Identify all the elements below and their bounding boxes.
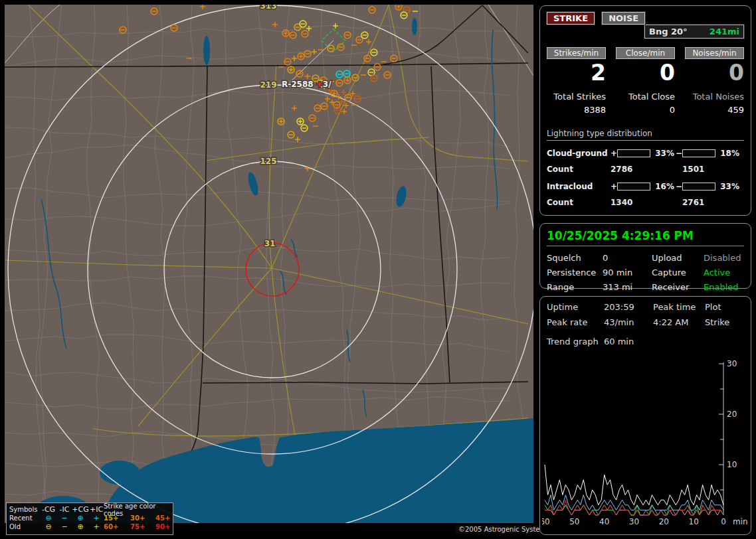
capture-label: Capture (652, 268, 704, 277)
trend-graph: 1020306050403020100min (542, 358, 749, 530)
plus-sign: + (611, 182, 617, 191)
y-tick-label: 30 (727, 359, 737, 368)
cloud-ground-label: Cloud-ground (547, 149, 611, 158)
ring-label-125: 125 (260, 157, 276, 166)
legend-symbols-title: Symbols (9, 506, 40, 513)
cg-pos-count: 2786 (611, 165, 682, 174)
status-panel: 10/25/2025 4:29:16 PM Squelch 0 Upload D… (539, 223, 751, 289)
receiver-label: Receiver (652, 282, 704, 292)
trend-panel: Uptime 203:59 Peak time Plot Peak rate 4… (539, 296, 751, 535)
noises-per-min-button[interactable]: Noises/min (685, 47, 744, 59)
cg-pos-bar (617, 149, 650, 157)
noise-button[interactable]: NOISE (602, 12, 645, 25)
uptime-label: Uptime (547, 302, 604, 312)
age-code-15: 15+ (104, 514, 130, 522)
minus-sign: − (676, 149, 682, 158)
legend-col-neg-ic: -IC (57, 506, 72, 513)
noises-per-min-value: 0 (685, 60, 744, 86)
circle-plus-icon: ⊕ (72, 523, 89, 530)
x-tick-label: 10 (689, 517, 699, 526)
trend-series-total (545, 465, 723, 505)
legend-col-neg-cg: -CG (40, 506, 57, 513)
trend-series-cg-neg (545, 495, 723, 510)
legend-row-recent-label: Recent (9, 514, 40, 522)
squelch-value: 0 (603, 253, 652, 263)
ring-label-31: 31 (264, 239, 276, 248)
total-strikes-value: 8388 (547, 105, 606, 115)
uptime-value: 203:59 (604, 302, 653, 312)
trend-series-cg-pos (545, 500, 723, 515)
peak-rate-value: 43/min (604, 317, 653, 327)
cg-neg-bar (682, 149, 715, 157)
distribution-title: Lightning type distribution (547, 129, 744, 141)
range-value: 313 mi (603, 282, 652, 292)
plot-value: Strike (705, 317, 744, 327)
total-noises-value: 459 (685, 105, 744, 115)
close-per-min-column: Close/min 0 Total Close 0 (616, 47, 675, 115)
count-label: Count (547, 165, 611, 174)
strike-button[interactable]: STRIKE (547, 12, 595, 25)
peak-time-value: 4:22 AM (653, 317, 705, 327)
bearing-readout: Bng 20° 241mi (644, 25, 744, 38)
cg-neg-pct: 18% (715, 149, 741, 158)
total-strikes-label: Total Strikes (547, 92, 606, 102)
spacer (653, 333, 705, 346)
x-axis-unit: min (733, 517, 748, 526)
ring-label-219: 219 (260, 80, 276, 90)
close-per-min-value: 0 (616, 60, 675, 86)
legend-col-pos-ic: +IC (89, 506, 104, 513)
storm-cell-label: R-2588 +3/ (282, 80, 331, 89)
plus-sign: + (611, 149, 617, 158)
ic-neg-bar (682, 183, 715, 191)
x-tick-label: 50 (569, 517, 579, 526)
cg-neg-count: 1501 (682, 165, 744, 174)
x-tick-label: 20 (659, 517, 669, 526)
strike-map[interactable]: 313 219 125 31 R-2588 +3/ (5, 5, 533, 523)
nexstorm-app: { "colors":{"map_land":"#6b6059","map_wa… (0, 0, 756, 539)
x-tick-label: 60 (542, 517, 550, 526)
capture-status: Active (704, 268, 744, 277)
plus-icon: + (89, 514, 104, 522)
ic-neg-count: 2761 (682, 198, 744, 207)
ic-pos-count: 1340 (611, 198, 682, 207)
intracloud-row: Intracloud + 16% − 33% (547, 182, 744, 191)
strikes-per-min-column: Strikes/min 2 Total Strikes 8388 (547, 47, 606, 115)
age-code-60: 60+ (104, 523, 130, 530)
intracloud-count-row: Count 1340 2761 (547, 198, 744, 207)
plus-icon: + (89, 523, 104, 530)
minus-sign: − (676, 182, 682, 191)
age-code-45: 45+ (155, 514, 175, 522)
circle-plus-icon: ⊕ (72, 514, 89, 522)
minus-icon: − (57, 523, 72, 530)
total-close-label: Total Close (616, 92, 675, 102)
datetime-display: 10/25/2025 4:29:16 PM (547, 228, 744, 246)
circle-minus-icon: ⊖ (40, 523, 57, 530)
persistence-value: 90 min (603, 268, 652, 277)
range-label: Range (547, 282, 603, 292)
cloud-ground-row: Cloud-ground + 33% − 18% (547, 149, 744, 158)
upload-label: Upload (652, 253, 704, 263)
strikes-per-min-button[interactable]: Strikes/min (547, 47, 606, 59)
bearing-label: Bng 20° (649, 27, 688, 37)
close-per-min-button[interactable]: Close/min (616, 47, 675, 59)
map-canvas: 313 219 125 31 R-2588 +3/ (5, 5, 533, 523)
x-tick-label: 40 (599, 517, 609, 526)
x-tick-label: 0 (721, 517, 726, 526)
age-code-75: 75+ (130, 523, 155, 530)
peak-rate-label: Peak rate (547, 317, 604, 327)
total-noises-label: Total Noises (685, 92, 744, 102)
peak-time-label: Peak time (653, 302, 705, 312)
stats-panel: STRIKE NOISE Bng 20° 241mi Strikes/min 2… (539, 5, 751, 216)
squelch-label: Squelch (547, 253, 603, 263)
legend-col-pos-cg: +CG (72, 506, 89, 513)
total-close-value: 0 (616, 105, 675, 115)
cloud-ground-count-row: Count 2786 1501 (547, 165, 744, 174)
y-tick-label: 10 (727, 460, 737, 469)
ic-neg-pct: 33% (715, 182, 741, 191)
receiver-status: Enabled (704, 282, 744, 292)
age-code-30: 30+ (130, 514, 155, 522)
trend-graph-window: 60 min (604, 337, 653, 346)
ic-pos-pct: 16% (650, 182, 676, 191)
strike-legend: Symbols -CG -IC +CG +IC Strike age color… (6, 502, 173, 535)
x-tick-label: 30 (629, 517, 639, 526)
